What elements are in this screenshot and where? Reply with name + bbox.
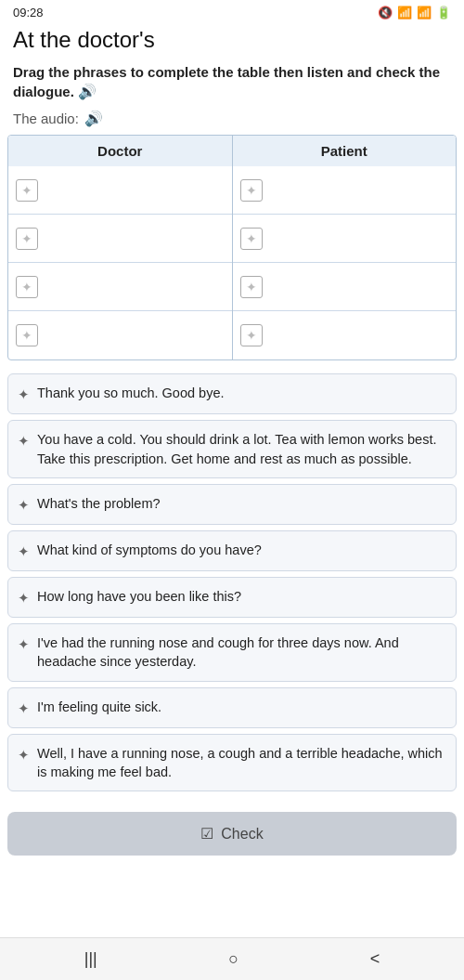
phrase-text-8: Well, I have a running nose, a cough and… xyxy=(37,744,445,782)
phrase-text-7: I'm feeling quite sick. xyxy=(37,698,161,716)
audio-line: The audio: 🔊 xyxy=(0,108,464,135)
status-time: 09:28 xyxy=(13,6,44,20)
phrase-card-6[interactable]: ✦I've had the running nose and cough for… xyxy=(7,623,457,682)
mute-icon: 🔇 xyxy=(378,6,393,20)
nav-bar: ||| ○ < xyxy=(0,937,464,980)
table-body: ✦ ✦ ✦ ✦ ✦ ✦ ✦ ✦ xyxy=(8,166,456,359)
phrase-card-7[interactable]: ✦I'm feeling quite sick. xyxy=(7,687,457,728)
nav-home-icon: ○ xyxy=(228,949,238,969)
check-icon: ☑ xyxy=(200,825,213,843)
drop-zone-icon[interactable]: ✦ xyxy=(240,324,263,346)
drop-zone-icon[interactable]: ✦ xyxy=(240,276,263,298)
table-cell-patient-3[interactable]: ✦ xyxy=(233,263,457,311)
status-bar: 09:28 🔇 📶 📶 🔋 xyxy=(0,0,464,23)
drop-zone-icon[interactable]: ✦ xyxy=(16,276,38,298)
instructions-text: Drag the phrases to complete the table t… xyxy=(0,62,464,108)
drag-handle-7: ✦ xyxy=(18,699,30,718)
nav-back-button[interactable]: < xyxy=(370,949,380,969)
phrase-text-2: You have a cold. You should drink a lot.… xyxy=(37,430,445,468)
bottom-bar: ☑ Check xyxy=(0,812,464,865)
col-header-patient: Patient xyxy=(233,136,457,166)
drop-zone-icon[interactable]: ✦ xyxy=(16,228,38,250)
nav-home-button[interactable]: ○ xyxy=(228,949,238,969)
table-cell-doctor-4[interactable]: ✦ xyxy=(8,311,232,359)
phrase-card-4[interactable]: ✦What kind of symptoms do you have? xyxy=(7,530,457,571)
phrase-text-6: I've had the running nose and cough for … xyxy=(37,634,445,672)
speaker-icon-title[interactable]: 🔊 xyxy=(78,82,97,102)
drop-zone-icon[interactable]: ✦ xyxy=(240,179,263,202)
drag-handle-2: ✦ xyxy=(18,431,30,451)
phrase-text-1: Thank you so much. Good bye. xyxy=(37,384,225,402)
nav-back-icon: < xyxy=(370,949,380,969)
battery-icon: 🔋 xyxy=(436,6,451,20)
page-title: At the doctor's xyxy=(0,23,464,62)
drag-handle-6: ✦ xyxy=(18,634,30,654)
phrases-area: ✦Thank you so much. Good bye.✦You have a… xyxy=(0,370,464,801)
phrase-text-4: What kind of symptoms do you have? xyxy=(37,541,262,559)
drag-handle-4: ✦ xyxy=(18,542,30,561)
drop-zone-icon[interactable]: ✦ xyxy=(240,228,263,250)
table-cell-doctor-1[interactable]: ✦ xyxy=(8,166,232,215)
signal-icon: 📶 xyxy=(417,6,432,20)
phrase-text-5: How long have you been like this? xyxy=(37,587,241,606)
drag-handle-3: ✦ xyxy=(18,495,30,515)
instruction-label: Drag the phrases to complete the table t… xyxy=(13,64,440,99)
status-icons: 🔇 📶 📶 🔋 xyxy=(378,6,451,20)
phrase-text-3: What's the problem? xyxy=(37,494,161,513)
nav-menu-icon: ||| xyxy=(84,949,97,969)
phrase-card-3[interactable]: ✦What's the problem? xyxy=(7,484,457,525)
phrase-card-5[interactable]: ✦How long have you been like this? xyxy=(7,577,457,618)
table-cell-doctor-3[interactable]: ✦ xyxy=(8,263,232,311)
table-cell-doctor-2[interactable]: ✦ xyxy=(8,215,232,263)
dialogue-table: Doctor Patient ✦ ✦ ✦ ✦ ✦ ✦ xyxy=(7,135,457,360)
table-cell-patient-1[interactable]: ✦ xyxy=(233,166,457,215)
speaker-icon-audio[interactable]: 🔊 xyxy=(84,110,103,127)
phrase-card-2[interactable]: ✦You have a cold. You should drink a lot… xyxy=(7,420,457,478)
drag-handle-1: ✦ xyxy=(18,385,30,404)
col-header-doctor: Doctor xyxy=(8,136,233,166)
nav-menu-button[interactable]: ||| xyxy=(84,949,97,969)
table-header: Doctor Patient xyxy=(8,136,456,166)
table-col-patient: ✦ ✦ ✦ ✦ xyxy=(233,166,457,359)
check-button-label: Check xyxy=(221,826,263,843)
drop-zone-icon[interactable]: ✦ xyxy=(16,324,38,346)
drag-handle-5: ✦ xyxy=(18,588,30,608)
phrase-card-1[interactable]: ✦Thank you so much. Good bye. xyxy=(7,373,457,414)
check-button[interactable]: ☑ Check xyxy=(7,812,457,856)
table-col-doctor: ✦ ✦ ✦ ✦ xyxy=(8,166,233,359)
audio-label: The audio: xyxy=(13,111,79,126)
wifi-icon: 📶 xyxy=(397,6,412,20)
phrase-card-8[interactable]: ✦Well, I have a running nose, a cough an… xyxy=(7,734,457,792)
drag-handle-8: ✦ xyxy=(18,745,30,764)
drop-zone-icon[interactable]: ✦ xyxy=(16,179,38,202)
table-cell-patient-4[interactable]: ✦ xyxy=(233,311,457,359)
table-cell-patient-2[interactable]: ✦ xyxy=(233,215,457,263)
